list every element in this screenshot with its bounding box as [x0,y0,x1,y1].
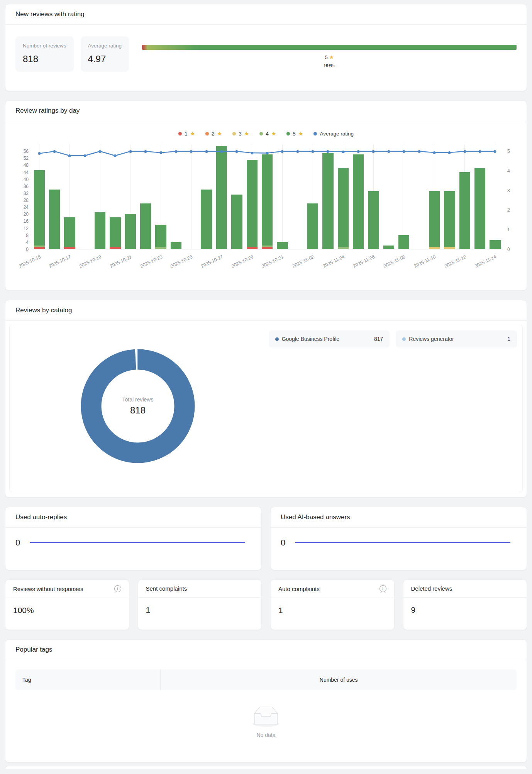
bar-day-2025-10-23[interactable] [153,144,168,249]
bar-day-2025-10-18[interactable] [77,144,92,249]
average-rating-point[interactable] [236,150,238,153]
bar-stack [262,154,273,249]
average-rating-point[interactable] [281,150,284,153]
average-rating-point[interactable] [159,151,162,154]
stat-card-header: Auto complaints i [271,580,394,598]
star-icon: ★ [190,130,195,137]
bar-day-2025-11-04[interactable] [335,144,351,249]
bar-day-2025-11-13[interactable] [472,144,487,249]
average-rating-point[interactable] [266,152,269,154]
info-icon[interactable]: i [114,585,121,592]
bar-segment [171,242,181,249]
average-rating-point[interactable] [372,150,375,153]
ai-answers-value: 0 [281,538,285,548]
bar-day-2025-11-12[interactable] [457,144,472,249]
average-rating-point[interactable] [448,151,451,154]
x-axis-date-label: 2025-10-19 [78,254,102,269]
bar-day-2025-11-03[interactable] [320,144,335,249]
stat-card-title: Deleted reviews [411,585,452,592]
catalog-donut-chart[interactable]: Total reviews 818 [80,348,196,464]
bar-segment [34,247,45,249]
average-rating-point[interactable] [129,150,132,153]
average-rating-point[interactable] [312,150,314,153]
bar-day-2025-11-02[interactable] [305,144,320,249]
bar-day-2025-10-17[interactable] [62,144,77,249]
x-axis-date-label: 2025-11-10 [413,254,437,269]
legend-label: Average rating [320,131,354,137]
column-header-number-of-uses[interactable]: Number of uses [161,669,517,690]
average-rating-point[interactable] [403,150,405,153]
catalog-legend-google-business-profile[interactable]: Google Business Profile817 [269,330,390,347]
average-rating-point[interactable] [205,150,208,153]
bar-day-2025-10-25[interactable] [184,144,199,249]
bar-day-2025-11-10[interactable] [427,144,442,249]
info-icon[interactable]: i [380,585,386,592]
bar-day-2025-11-07[interactable] [381,144,396,249]
bar-segment [338,247,349,249]
average-rating-point[interactable] [387,150,390,153]
y-axis-left-tick: 36 [17,183,29,190]
bar-day-2025-10-22[interactable] [138,144,153,249]
legend-item-3[interactable]: 3★ [232,130,249,137]
bar-day-2025-10-27[interactable] [214,144,229,249]
average-rating-point[interactable] [463,150,466,153]
bar-day-2025-10-19[interactable] [92,144,107,249]
bar-day-2025-11-06[interactable] [366,144,381,249]
star-icon: ★ [329,54,334,60]
average-rating-point[interactable] [144,150,147,153]
bar-day-2025-10-20[interactable] [108,144,123,249]
average-rating-point[interactable] [296,150,299,153]
stat-card-value: 1 [138,598,262,622]
bar-day-2025-11-08[interactable] [396,144,412,249]
bar-day-2025-11-09[interactable] [412,144,427,249]
average-rating-point[interactable] [433,151,435,154]
average-rating-point[interactable] [53,150,56,153]
card-new-reviews-title: New reviews with rating [15,10,85,18]
average-rating-point[interactable] [99,150,102,153]
bar-segment [277,242,288,249]
bar-day-2025-11-01[interactable] [290,144,305,249]
bar-day-2025-10-26[interactable] [199,144,214,249]
average-rating-point[interactable] [175,150,177,153]
bar-day-2025-10-28[interactable] [229,144,244,249]
average-rating-point[interactable] [83,154,86,157]
average-rating-point[interactable] [327,150,329,153]
bar-segment [95,212,105,249]
average-rating-point[interactable] [342,151,344,153]
stat-label: Number of reviews [23,43,66,49]
legend-item-1[interactable]: 1★ [178,130,195,137]
row-replies: Used auto-replies 0 Used AI-based answer… [5,507,527,570]
legend-item-2[interactable]: 2★ [205,130,222,137]
column-header-tag[interactable]: Tag [15,669,161,690]
star-icon: ★ [298,130,303,137]
bar-day-2025-10-24[interactable] [168,144,183,249]
bar-day-2025-11-05[interactable] [351,144,366,249]
average-rating-point[interactable] [251,152,253,154]
legend-item-5[interactable]: 5★ [286,130,303,137]
average-rating-point[interactable] [494,150,496,153]
bar-day-2025-10-21[interactable] [123,144,138,249]
average-rating-point[interactable] [357,150,360,153]
bar-day-2025-10-31[interactable] [275,144,290,249]
bar-day-2025-10-15[interactable] [32,144,47,249]
bar-day-2025-11-14[interactable] [488,144,503,249]
average-rating-point[interactable] [38,152,41,155]
average-rating-point[interactable] [190,150,193,153]
y-axis-right-tick: 3 [507,188,510,194]
legend-item-average-rating[interactable]: Average rating [313,131,354,137]
catalog-legend-reviews-generator[interactable]: Reviews generator1 [396,330,517,347]
bar-day-2025-11-11[interactable] [442,144,457,249]
rating-distribution-bar[interactable] [142,45,517,50]
average-rating-point[interactable] [68,154,71,157]
card-reviews-without-responses: Reviews without responses i 100% [5,579,129,630]
bar-day-2025-10-29[interactable] [244,144,259,249]
bar-day-2025-10-16[interactable] [47,144,62,249]
legend-item-4[interactable]: 4★ [259,130,276,137]
average-rating-point[interactable] [478,150,481,153]
bar-day-2025-10-30[interactable] [259,144,274,249]
average-rating-point[interactable] [114,154,117,157]
average-rating-point[interactable] [418,150,420,153]
average-rating-point[interactable] [220,150,223,153]
empty-inbox-icon [250,706,282,727]
bar-segment [262,154,273,246]
